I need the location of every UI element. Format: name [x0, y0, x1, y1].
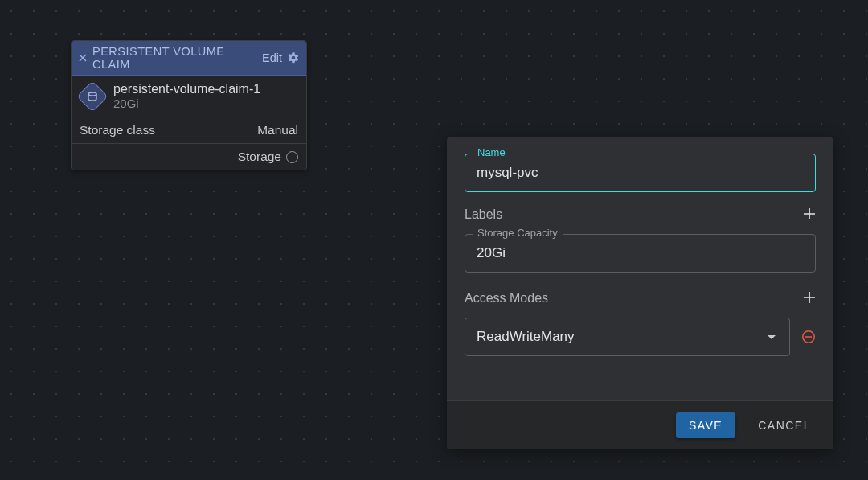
panel-footer: SAVE CANCEL — [447, 400, 833, 449]
pvc-row-label: Storage class — [80, 123, 155, 137]
save-button[interactable]: SAVE — [676, 412, 735, 438]
capacity-label: Storage Capacity — [473, 227, 563, 239]
access-mode-row: ReadWriteMany — [465, 318, 816, 356]
add-label-icon[interactable] — [803, 207, 816, 223]
pvc-name: persistent-volume-claim-1 — [113, 82, 260, 96]
pvc-card-title: PERSISTENT VOLUME CLAIM — [92, 45, 257, 71]
access-mode-select[interactable]: ReadWriteMany — [465, 318, 790, 356]
storage-port[interactable]: Storage — [238, 150, 298, 164]
pvc-icon — [76, 80, 108, 113]
gear-icon[interactable] — [287, 51, 300, 64]
access-mode-value: ReadWriteMany — [477, 329, 575, 345]
remove-access-mode-icon[interactable] — [801, 330, 816, 344]
name-input[interactable] — [465, 154, 816, 192]
pvc-size: 20Gi — [113, 96, 260, 110]
add-access-mode-icon[interactable] — [803, 290, 816, 306]
labels-section: Labels — [465, 207, 816, 223]
name-label: Name — [473, 146, 510, 158]
port-icon — [286, 151, 298, 163]
svg-point-0 — [88, 92, 96, 96]
pvc-row-value: Manual — [257, 123, 298, 137]
chevron-down-icon — [767, 329, 776, 345]
capacity-field: Storage Capacity — [465, 234, 816, 273]
labels-heading: Labels — [465, 207, 502, 222]
edit-link[interactable]: Edit — [262, 51, 282, 64]
cancel-button[interactable]: CANCEL — [753, 418, 816, 433]
pvc-card-header: PERSISTENT VOLUME CLAIM Edit — [72, 41, 306, 76]
name-field: Name — [465, 154, 816, 192]
pvc-row-storage-class: Storage class Manual — [72, 117, 306, 144]
pvc-row-storage-port: Storage — [72, 144, 306, 170]
panel-body: Name Labels Storage Capacity Access Mode… — [447, 137, 833, 400]
access-modes-section: Access Modes — [465, 290, 816, 306]
pvc-card-body: persistent-volume-claim-1 20Gi — [72, 76, 306, 117]
access-modes-heading: Access Modes — [465, 291, 548, 306]
edit-pvc-panel: Name Labels Storage Capacity Access Mode… — [447, 137, 833, 449]
capacity-input[interactable] — [465, 234, 816, 273]
close-icon[interactable] — [78, 53, 88, 63]
pvc-card: PERSISTENT VOLUME CLAIM Edit persistent-… — [71, 40, 307, 170]
pvc-row-value: Storage — [238, 150, 281, 164]
